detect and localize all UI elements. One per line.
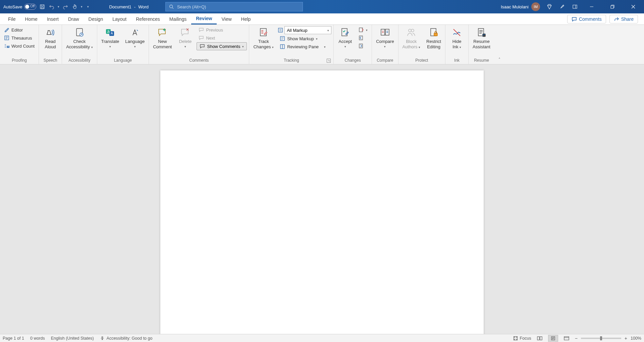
tab-draw[interactable]: Draw — [63, 13, 84, 24]
ribbon-display-icon[interactable] — [572, 3, 578, 10]
tab-home[interactable]: Home — [20, 13, 42, 24]
read-aloud-icon — [45, 27, 56, 38]
tab-file[interactable]: File — [3, 13, 20, 24]
next-change-icon — [359, 43, 364, 49]
tab-design[interactable]: Design — [84, 13, 108, 24]
track-changes-icon — [258, 27, 269, 38]
document-viewport[interactable] — [0, 64, 644, 334]
new-comment-button[interactable]: New Comment — [151, 26, 174, 50]
zoom-slider[interactable] — [581, 338, 621, 339]
tab-mailings[interactable]: Mailings — [165, 13, 191, 24]
block-authors-button[interactable]: Block Authors ▾ — [400, 26, 422, 50]
status-language[interactable]: English (United States) — [51, 336, 94, 341]
group-changes: Accept ▾ ▾ Changes — [334, 25, 372, 64]
group-ink: Hide Ink ▾ Ink — [445, 25, 469, 64]
group-accessibility: Check Accessibility ▾ Accessibility — [62, 25, 97, 64]
reviewing-pane-button[interactable]: Reviewing Pane ▾ — [278, 43, 331, 50]
print-layout-button[interactable] — [548, 335, 558, 342]
chevron-down-icon: ▾ — [109, 45, 111, 49]
svg-rect-21 — [381, 29, 385, 35]
chevron-down-icon: ▾ — [91, 46, 93, 49]
block-authors-icon — [406, 27, 417, 38]
maximize-button[interactable] — [605, 0, 620, 13]
coming-soon-icon[interactable] — [559, 3, 566, 10]
close-button[interactable] — [626, 0, 641, 13]
tab-help[interactable]: Help — [236, 13, 256, 24]
web-layout-button[interactable] — [561, 335, 572, 342]
read-aloud-button[interactable]: Read Aloud — [41, 26, 60, 50]
editor-button[interactable]: Editor — [2, 26, 37, 34]
check-accessibility-button[interactable]: Check Accessibility ▾ — [64, 26, 95, 50]
user-account-button[interactable]: Isaac Mulolani IM — [501, 2, 540, 11]
resume-assistant-button[interactable]: in Resume Assistant — [471, 26, 492, 50]
word-count-button[interactable]: 123 Word Count — [2, 42, 37, 50]
translate-button[interactable]: あA Translate ▾ — [99, 26, 121, 49]
save-icon[interactable] — [39, 3, 46, 10]
tab-review[interactable]: Review — [191, 13, 217, 24]
comments-button[interactable]: Comments — [567, 15, 606, 23]
tab-references[interactable]: References — [131, 13, 165, 24]
share-button[interactable]: Share — [609, 15, 638, 23]
show-comments-button[interactable]: Show Comments ▾ — [197, 42, 247, 50]
search-input[interactable]: Search (Alt+Q) — [165, 2, 303, 11]
autosave-off-label: Off — [30, 4, 35, 8]
customize-qat-icon[interactable]: ▾ — [87, 5, 89, 8]
display-for-review-combo[interactable]: All Markup ▾ — [284, 26, 331, 34]
language-button[interactable]: Language ▾ — [123, 26, 147, 49]
statusbar: Page 1 of 1 0 words English (United Stat… — [0, 334, 644, 342]
compare-button[interactable]: Compare ▾ — [374, 26, 396, 49]
ribbon-tabs: File Home Insert Draw Design Layout Refe… — [0, 13, 644, 25]
group-label-language: Language — [99, 57, 147, 64]
collapse-ribbon-icon[interactable]: ˄ — [498, 57, 500, 62]
tab-view[interactable]: View — [217, 13, 236, 24]
svg-rect-35 — [564, 337, 569, 340]
redo-icon[interactable] — [62, 3, 69, 10]
status-accessibility[interactable]: Accessibility: Good to go — [100, 336, 153, 341]
diamond-icon[interactable] — [546, 3, 553, 10]
show-markup-button[interactable]: Show Markup ▾ — [278, 35, 331, 42]
restrict-editing-button[interactable]: Restrict Editing — [424, 26, 443, 50]
zoom-in-button[interactable]: + — [625, 336, 627, 341]
touch-mode-icon[interactable] — [71, 3, 78, 10]
zoom-percent[interactable]: 100% — [631, 336, 641, 341]
tab-layout[interactable]: Layout — [108, 13, 131, 24]
document-page[interactable] — [160, 70, 484, 342]
next-comment-button[interactable]: Next — [197, 34, 247, 42]
touch-dropdown-icon[interactable]: ▾ — [81, 5, 83, 8]
tracking-dialog-launcher[interactable]: ↘ — [327, 59, 331, 63]
minimize-button[interactable] — [584, 0, 599, 13]
reject-icon — [359, 27, 364, 33]
undo-dropdown-icon[interactable]: ▾ — [58, 5, 59, 8]
hide-ink-button[interactable]: Hide Ink ▾ — [447, 26, 466, 50]
thesaurus-button[interactable]: Thesaurus — [2, 34, 37, 42]
svg-point-30 — [102, 336, 103, 338]
reject-button[interactable]: ▾ — [357, 26, 370, 34]
group-proofing: Editor Thesaurus 123 Word Count Proofing — [0, 25, 39, 64]
svg-rect-0 — [40, 5, 44, 9]
focus-mode-button[interactable]: Focus — [513, 336, 531, 341]
delete-comment-icon — [179, 27, 191, 38]
previous-comment-button[interactable]: Previous — [197, 26, 247, 34]
read-mode-button[interactable] — [535, 335, 545, 342]
show-comments-icon — [200, 44, 205, 49]
status-words[interactable]: 0 words — [30, 336, 45, 341]
compare-icon — [379, 27, 391, 38]
zoom-out-button[interactable]: − — [575, 336, 578, 341]
titlebar: AutoSave Off ▾ ▾ ▾ Document1 - Word Sear… — [0, 0, 644, 13]
next-change-button[interactable] — [357, 42, 370, 50]
previous-change-button[interactable] — [357, 34, 370, 42]
group-label-proofing: Proofing — [2, 57, 37, 64]
autosave-toggle[interactable]: AutoSave Off — [3, 4, 36, 10]
svg-rect-32 — [537, 337, 539, 340]
tab-insert[interactable]: Insert — [42, 13, 63, 24]
status-page[interactable]: Page 1 of 1 — [3, 336, 24, 341]
undo-icon[interactable] — [48, 3, 55, 10]
svg-text:あ: あ — [107, 30, 110, 33]
chevron-down-icon: ▾ — [134, 45, 136, 49]
translate-icon: あA — [104, 27, 116, 38]
delete-comment-button[interactable]: Delete ▾ — [176, 26, 195, 49]
accept-icon — [339, 27, 351, 38]
previous-comment-icon — [199, 27, 204, 33]
track-changes-button[interactable]: Track Changes ▾ — [251, 26, 276, 50]
accept-button[interactable]: Accept ▾ — [336, 26, 355, 49]
